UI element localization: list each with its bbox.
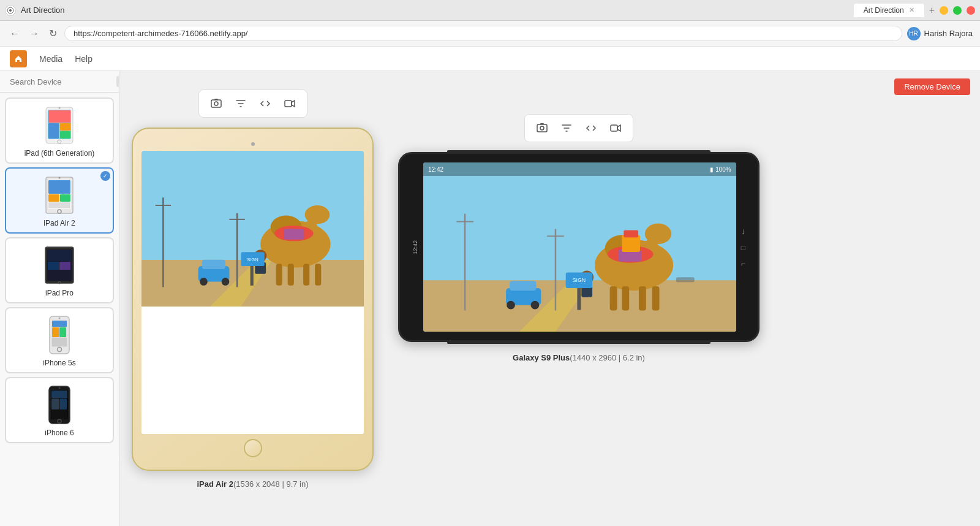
svg-rect-43 — [211, 100, 221, 107]
svg-rect-73 — [537, 124, 547, 132]
svg-rect-16 — [60, 194, 70, 202]
galaxy-bottom-bar — [447, 341, 710, 344]
ipad-camera — [251, 142, 255, 146]
ipad-6th-gen-icon — [41, 105, 78, 145]
svg-point-64 — [200, 278, 208, 286]
galaxy-s9-frame: 12:42 12:42 ▮ 100% — [398, 152, 760, 342]
user-info: HR Harish Rajora — [907, 27, 973, 40]
browser-bar: ← → ↻ HR Harish Rajora — [0, 21, 980, 47]
device1-specs: (1536 x 2048 | 9.7 in) — [233, 479, 309, 489]
camel-scene-galaxy: SIGN — [423, 162, 736, 332]
status-vertical: 12:42 — [412, 240, 418, 254]
remove-device-button[interactable]: Remove Device — [894, 78, 970, 95]
search-input[interactable] — [10, 77, 113, 86]
refresh-button[interactable]: ↻ — [47, 25, 59, 42]
svg-rect-90 — [622, 235, 640, 252]
svg-rect-85 — [622, 286, 629, 310]
close-tab-icon[interactable]: ✕ — [909, 6, 914, 14]
ipad-pro-icon — [41, 245, 78, 285]
list-item[interactable]: iPhone 6 — [5, 377, 114, 443]
device-thumbnail — [35, 104, 84, 147]
back-button[interactable]: ← — [7, 26, 22, 42]
active-tab[interactable]: Art Direction ✕ — [854, 4, 924, 17]
ipad-screen-white-area — [141, 307, 364, 434]
svg-point-52 — [305, 205, 330, 224]
list-item[interactable]: iPhone 5s — [5, 307, 114, 373]
galaxy-s9-wrapper: 12:42 12:42 ▮ 100% — [398, 152, 760, 342]
device-name: iPad (6th Generation) — [24, 149, 95, 158]
close-button[interactable] — [967, 6, 975, 15]
down-arrow-icon: ↓ — [741, 226, 745, 236]
svg-point-96 — [507, 301, 515, 310]
app-header: Media Help — [0, 47, 980, 71]
svg-rect-55 — [288, 264, 294, 286]
home-icon[interactable] — [10, 50, 27, 67]
svg-rect-6 — [48, 110, 70, 123]
svg-rect-45 — [214, 99, 218, 100]
maximize-button[interactable] — [953, 6, 962, 15]
window-controls — [940, 6, 975, 15]
svg-rect-40 — [51, 410, 67, 419]
device1-name: iPad Air 2 — [197, 479, 233, 489]
svg-rect-72 — [251, 266, 254, 286]
device2-label: Galaxy S9 Plus(1440 x 2960 | 6.2 in) — [513, 353, 645, 362]
svg-rect-17 — [48, 202, 70, 208]
video-button[interactable] — [279, 94, 301, 113]
selected-check: ✓ — [100, 171, 110, 181]
svg-rect-32 — [52, 338, 67, 346]
svg-rect-91 — [624, 230, 638, 237]
iphone5s-icon — [47, 315, 72, 355]
main-layout: « iPad (6th — [0, 71, 980, 526]
code-button-2[interactable] — [580, 118, 602, 138]
forward-button[interactable]: → — [27, 26, 42, 42]
svg-rect-8 — [60, 123, 70, 131]
svg-point-34 — [59, 317, 61, 319]
svg-point-42 — [59, 387, 61, 389]
code-button[interactable] — [254, 94, 276, 113]
minimize-button[interactable] — [940, 6, 948, 15]
filter-button-2[interactable] — [556, 118, 578, 138]
add-tab-button[interactable]: + — [929, 5, 935, 16]
svg-rect-105 — [676, 277, 695, 282]
svg-point-19 — [59, 177, 61, 178]
user-name: Harish Rajora — [924, 29, 973, 38]
devices-row: SIGN iPad Air 2(1536 x 2048 | 9.7 in) — [132, 83, 968, 489]
svg-rect-87 — [652, 286, 660, 310]
svg-rect-31 — [59, 327, 66, 337]
corner-icon: ⌐ — [741, 259, 745, 268]
camel-scene-ipad: SIGN — [141, 151, 364, 307]
svg-point-44 — [214, 102, 218, 105]
device-name: iPad Pro — [45, 289, 74, 297]
svg-rect-15 — [48, 194, 59, 202]
filter-button[interactable] — [230, 94, 252, 113]
svg-text:SIGN: SIGN — [573, 277, 586, 283]
ipad-screen: SIGN — [141, 151, 364, 434]
ipad-air2-icon — [41, 175, 78, 215]
device2-name: Galaxy S9 Plus — [513, 353, 570, 362]
user-avatar: HR — [907, 27, 921, 40]
address-bar[interactable] — [64, 26, 902, 41]
nav-media[interactable]: Media — [39, 54, 62, 64]
svg-rect-14 — [48, 180, 70, 194]
list-item[interactable]: ✓ iPad Air 2 — [5, 167, 114, 234]
nav-help[interactable]: Help — [75, 54, 92, 64]
svg-point-11 — [59, 107, 61, 109]
svg-rect-39 — [59, 398, 67, 410]
svg-text:SIGN: SIGN — [247, 257, 258, 262]
search-box: « — [0, 71, 119, 93]
video-button-2[interactable] — [605, 118, 627, 138]
svg-rect-84 — [610, 286, 617, 310]
screenshot-button[interactable] — [205, 94, 227, 113]
device1-container: SIGN iPad Air 2(1536 x 2048 | 9.7 in) — [132, 90, 374, 489]
device-list: iPad (6th Generation) ✓ — [0, 93, 119, 526]
screenshot-button-2[interactable] — [531, 118, 553, 138]
svg-rect-38 — [51, 398, 59, 410]
svg-rect-9 — [60, 131, 70, 139]
status-battery: ▮ 100% — [710, 166, 731, 173]
list-item[interactable]: iPad Pro — [5, 237, 114, 303]
list-item[interactable]: iPad (6th Generation) — [5, 97, 114, 164]
svg-rect-7 — [48, 123, 59, 139]
svg-rect-75 — [540, 123, 544, 124]
ipad-home-button[interactable] — [244, 439, 262, 457]
galaxy-screen: 12:42 ▮ 100% — [423, 162, 736, 332]
